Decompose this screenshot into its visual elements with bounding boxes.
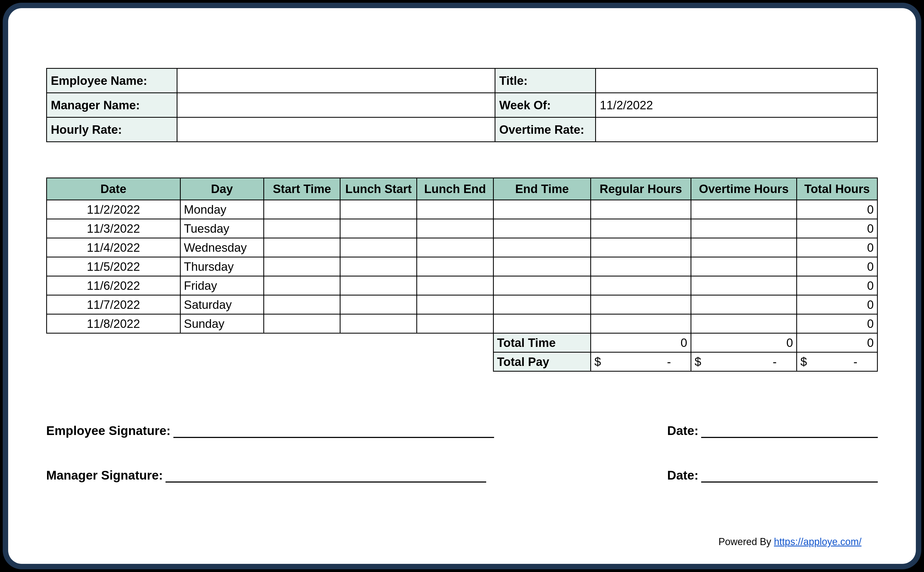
start-time-input[interactable] bbox=[264, 200, 340, 219]
manager-date-line[interactable] bbox=[701, 469, 878, 483]
regular-hours-cell bbox=[591, 257, 691, 276]
total-time-total: 0 bbox=[797, 333, 877, 352]
start-time-input[interactable] bbox=[264, 219, 340, 238]
total-hours-cell: 0 bbox=[797, 314, 877, 333]
currency-symbol: $ bbox=[594, 355, 601, 368]
manager-signature-row: Manager Signature: Date: bbox=[46, 468, 878, 483]
lunch-start-input[interactable] bbox=[340, 314, 417, 333]
total-time-regular: 0 bbox=[591, 333, 691, 352]
lunch-start-input[interactable] bbox=[340, 200, 417, 219]
lunch-end-input[interactable] bbox=[417, 314, 493, 333]
lunch-start-input[interactable] bbox=[340, 238, 417, 257]
employee-date-line[interactable] bbox=[701, 424, 878, 438]
table-row: 11/2/2022Monday0 bbox=[47, 200, 877, 219]
lunch-end-input[interactable] bbox=[417, 276, 493, 295]
info-table: Employee Name: Title: Manager Name: Week… bbox=[46, 68, 878, 142]
overtime-hours-cell bbox=[691, 314, 797, 333]
lunch-start-input[interactable] bbox=[340, 219, 417, 238]
day-cell: Sunday bbox=[180, 314, 264, 333]
date-cell: 11/2/2022 bbox=[47, 200, 180, 219]
date-cell: 11/3/2022 bbox=[47, 219, 180, 238]
col-header-end-time: End Time bbox=[493, 178, 591, 200]
total-pay-total: $ - bbox=[797, 352, 877, 371]
document-border: Employee Name: Title: Manager Name: Week… bbox=[3, 3, 921, 569]
regular-hours-cell bbox=[591, 314, 691, 333]
overtime-hours-cell bbox=[691, 276, 797, 295]
table-row: 11/5/2022Thursday0 bbox=[47, 257, 877, 276]
timesheet-table: Date Day Start Time Lunch Start Lunch En… bbox=[46, 177, 878, 371]
day-cell: Friday bbox=[180, 276, 264, 295]
pay-dash: - bbox=[773, 355, 793, 368]
overtime-rate-label: Overtime Rate: bbox=[495, 117, 596, 142]
hourly-rate-input[interactable] bbox=[177, 117, 495, 142]
col-header-date: Date bbox=[47, 178, 180, 200]
week-of-input[interactable]: 11/2/2022 bbox=[596, 93, 877, 117]
start-time-input[interactable] bbox=[264, 257, 340, 276]
col-header-overtime: Overtime Hours bbox=[691, 178, 797, 200]
total-time-row: Total Time 0 0 0 bbox=[47, 333, 877, 352]
lunch-start-input[interactable] bbox=[340, 276, 417, 295]
day-cell: Monday bbox=[180, 200, 264, 219]
lunch-start-input[interactable] bbox=[340, 257, 417, 276]
total-hours-cell: 0 bbox=[797, 200, 877, 219]
hourly-rate-label: Hourly Rate: bbox=[47, 117, 177, 142]
overtime-hours-cell bbox=[691, 257, 797, 276]
pay-dash: - bbox=[853, 355, 874, 368]
total-pay-regular: $ - bbox=[591, 352, 691, 371]
start-time-input[interactable] bbox=[264, 314, 340, 333]
employee-name-label: Employee Name: bbox=[47, 68, 177, 93]
start-time-input[interactable] bbox=[264, 295, 340, 314]
employee-name-input[interactable] bbox=[177, 68, 495, 93]
title-input[interactable] bbox=[596, 68, 877, 93]
regular-hours-cell bbox=[591, 200, 691, 219]
total-pay-overtime: $ - bbox=[691, 352, 797, 371]
overtime-hours-cell bbox=[691, 295, 797, 314]
total-hours-cell: 0 bbox=[797, 257, 877, 276]
col-header-day: Day bbox=[180, 178, 264, 200]
footer-prefix: Powered By bbox=[719, 536, 774, 547]
end-time-input[interactable] bbox=[493, 238, 591, 257]
start-time-input[interactable] bbox=[264, 276, 340, 295]
lunch-end-input[interactable] bbox=[417, 200, 493, 219]
total-hours-cell: 0 bbox=[797, 276, 877, 295]
manager-name-label: Manager Name: bbox=[47, 93, 177, 117]
total-hours-cell: 0 bbox=[797, 295, 877, 314]
employee-signature-line[interactable] bbox=[174, 424, 494, 438]
date-cell: 11/7/2022 bbox=[47, 295, 180, 314]
end-time-input[interactable] bbox=[493, 295, 591, 314]
table-row: 11/8/2022Sunday0 bbox=[47, 314, 877, 333]
day-cell: Thursday bbox=[180, 257, 264, 276]
footer-link[interactable]: https://apploye.com/ bbox=[774, 536, 862, 547]
manager-name-input[interactable] bbox=[177, 93, 495, 117]
week-of-label: Week Of: bbox=[495, 93, 596, 117]
total-hours-cell: 0 bbox=[797, 238, 877, 257]
manager-signature-label: Manager Signature: bbox=[46, 468, 163, 483]
pay-dash: - bbox=[667, 355, 687, 368]
lunch-end-input[interactable] bbox=[417, 295, 493, 314]
manager-signature-line[interactable] bbox=[166, 469, 486, 483]
signature-block: Employee Signature: Date: Manager Signat… bbox=[46, 423, 878, 483]
lunch-start-input[interactable] bbox=[340, 295, 417, 314]
lunch-end-input[interactable] bbox=[417, 219, 493, 238]
timesheet-header-row: Date Day Start Time Lunch Start Lunch En… bbox=[47, 178, 877, 200]
end-time-input[interactable] bbox=[493, 314, 591, 333]
start-time-input[interactable] bbox=[264, 238, 340, 257]
overtime-rate-input[interactable] bbox=[596, 117, 877, 142]
manager-date-label: Date: bbox=[667, 468, 698, 483]
employee-signature-label: Employee Signature: bbox=[46, 423, 171, 438]
total-hours-cell: 0 bbox=[797, 219, 877, 238]
table-row: 11/7/2022Saturday0 bbox=[47, 295, 877, 314]
end-time-input[interactable] bbox=[493, 276, 591, 295]
end-time-input[interactable] bbox=[493, 219, 591, 238]
end-time-input[interactable] bbox=[493, 257, 591, 276]
overtime-hours-cell bbox=[691, 219, 797, 238]
info-row-name: Employee Name: Title: bbox=[47, 68, 877, 93]
currency-symbol: $ bbox=[695, 355, 701, 368]
date-cell: 11/8/2022 bbox=[47, 314, 180, 333]
col-header-lunch-start: Lunch Start bbox=[340, 178, 417, 200]
end-time-input[interactable] bbox=[493, 200, 591, 219]
lunch-end-input[interactable] bbox=[417, 257, 493, 276]
lunch-end-input[interactable] bbox=[417, 238, 493, 257]
day-cell: Saturday bbox=[180, 295, 264, 314]
total-pay-label: Total Pay bbox=[493, 352, 591, 371]
